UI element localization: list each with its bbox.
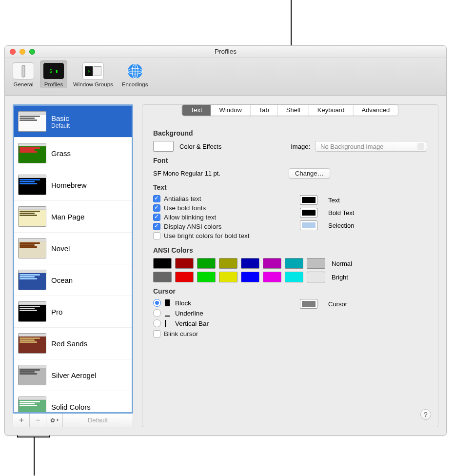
profile-thumbnail xyxy=(18,111,46,132)
tab-tab[interactable]: Tab xyxy=(251,105,278,116)
blinking-label: Allow blinking text xyxy=(164,214,216,221)
cursor-underline-radio[interactable] xyxy=(153,309,161,317)
cursor-underline-label: Underline xyxy=(175,310,203,317)
antialias-label: Antialias text xyxy=(164,195,201,202)
ansi-swatch[interactable] xyxy=(219,272,237,282)
profile-thumbnail xyxy=(18,270,46,290)
profile-thumbnail xyxy=(18,333,46,354)
profile-action-menu[interactable]: ✿ ▾ xyxy=(46,414,63,427)
profile-row-silver-aerogel[interactable]: Silver Aerogel xyxy=(14,359,132,391)
color-effects-label: Color & Effects xyxy=(179,143,221,150)
profile-row-ocean[interactable]: Ocean xyxy=(14,264,132,296)
profile-row-novel[interactable]: Novel xyxy=(14,233,132,264)
bright-bold-label: Use bright colors for bold text xyxy=(164,232,250,239)
profile-thumbnail xyxy=(18,301,46,322)
ansi-swatch[interactable] xyxy=(307,258,325,269)
cursor-colorwell[interactable] xyxy=(300,299,317,309)
toolbar-encodings-label: Encodings xyxy=(122,81,148,87)
blink-cursor-checkbox[interactable] xyxy=(153,330,160,337)
tab-shell[interactable]: Shell xyxy=(278,105,309,116)
ansi-bright-row: Bright xyxy=(153,272,427,282)
section-background-title: Background xyxy=(153,129,427,137)
toolbar-encodings[interactable]: Encodings xyxy=(119,60,151,88)
bold-text-colorwell[interactable] xyxy=(300,208,317,218)
help-button[interactable]: ? xyxy=(420,409,431,420)
ansi-swatch[interactable] xyxy=(285,272,303,282)
profile-row-pro[interactable]: Pro xyxy=(14,296,132,328)
ansi-row-label: Normal xyxy=(332,260,352,267)
profile-row-solid-colors[interactable]: Solid Colors xyxy=(14,391,132,414)
profiles-list[interactable]: BasicDefaultGrassHomebrewMan PageNovelOc… xyxy=(13,104,133,414)
ansi-checkbox[interactable] xyxy=(153,223,160,230)
profile-row-basic[interactable]: BasicDefault xyxy=(14,106,132,138)
window-groups-icon: $ xyxy=(82,62,104,79)
set-default-button[interactable]: Default xyxy=(63,414,133,427)
ansi-swatch[interactable] xyxy=(263,272,281,282)
profiles-icon: $ ▮ xyxy=(43,62,64,79)
profile-row-grass[interactable]: Grass xyxy=(14,138,132,169)
tab-window[interactable]: Window xyxy=(211,105,251,116)
tab-keyboard[interactable]: Keyboard xyxy=(309,105,354,116)
settings-tabs: TextWindowTabShellKeyboardAdvanced xyxy=(182,104,398,116)
profile-row-red-sands[interactable]: Red Sands xyxy=(14,328,132,359)
profile-thumbnail xyxy=(18,143,46,163)
ansi-swatch[interactable] xyxy=(241,272,259,282)
add-profile-button[interactable]: ＋ xyxy=(13,414,30,427)
cursor-underline-icon xyxy=(165,310,170,317)
selection-colorwell[interactable] xyxy=(300,220,317,230)
profile-thumbnail xyxy=(18,206,46,227)
window-title: Profiles xyxy=(5,48,446,55)
sidebar-wrap: BasicDefaultGrassHomebrewMan PageNovelOc… xyxy=(13,104,133,427)
cursor-vertical-icon xyxy=(165,320,170,327)
profile-name: Basic xyxy=(51,114,70,122)
ansi-swatch[interactable] xyxy=(219,258,237,269)
profile-name: Man Page xyxy=(51,213,84,221)
ansi-label: Display ANSI colors xyxy=(164,223,222,230)
blinking-checkbox[interactable] xyxy=(153,214,160,221)
ansi-swatch[interactable] xyxy=(153,258,172,269)
selection-color-label: Selection xyxy=(328,222,354,229)
change-font-button[interactable]: Change… xyxy=(289,168,330,178)
ansi-swatch[interactable] xyxy=(197,258,216,269)
ansi-swatch[interactable] xyxy=(197,272,216,282)
cursor-block-label: Block xyxy=(175,299,191,307)
svg-rect-0 xyxy=(22,65,25,77)
text-colorwell[interactable] xyxy=(300,195,317,205)
bright-bold-checkbox[interactable] xyxy=(153,232,160,239)
blink-cursor-label: Blink cursor xyxy=(164,330,198,337)
bold-fonts-label: Use bold fonts xyxy=(164,204,206,212)
popup-arrows-icon: ▴▾ xyxy=(421,142,423,150)
ansi-swatch[interactable] xyxy=(153,272,172,282)
ansi-swatch[interactable] xyxy=(175,258,194,269)
toolbar-profiles[interactable]: $ ▮ Profiles xyxy=(40,60,67,88)
profile-row-man-page[interactable]: Man Page xyxy=(14,201,132,233)
ansi-swatch[interactable] xyxy=(307,272,325,282)
bold-fonts-checkbox[interactable] xyxy=(153,204,160,212)
toolbar-general[interactable]: General xyxy=(10,60,37,88)
antialias-checkbox[interactable] xyxy=(153,195,160,202)
general-icon xyxy=(13,62,34,79)
ansi-swatch[interactable] xyxy=(241,258,259,269)
section-ansi-title: ANSI Colors xyxy=(153,246,427,254)
profile-row-homebrew[interactable]: Homebrew xyxy=(14,169,132,201)
section-font-title: Font xyxy=(153,157,427,164)
cursor-vertical-radio[interactable] xyxy=(153,319,161,327)
tab-advanced[interactable]: Advanced xyxy=(353,105,398,116)
cursor-vertical-label: Vertical Bar xyxy=(175,320,209,327)
ansi-swatch[interactable] xyxy=(175,272,194,282)
section-text-title: Text xyxy=(153,183,427,191)
profile-name: Homebrew xyxy=(51,181,87,189)
ansi-swatch[interactable] xyxy=(285,258,303,269)
profile-thumbnail xyxy=(18,238,46,258)
cursor-block-radio[interactable] xyxy=(153,299,161,307)
bold-text-color-label: Bold Text xyxy=(328,209,354,217)
profile-name: Grass xyxy=(51,149,71,158)
background-colorwell[interactable] xyxy=(153,141,174,152)
toolbar-window-groups[interactable]: $ Window Groups xyxy=(70,60,116,88)
detail-panel: TextWindowTabShellKeyboardAdvanced Backg… xyxy=(142,104,438,427)
ansi-swatch[interactable] xyxy=(263,258,281,269)
encodings-icon xyxy=(124,62,146,79)
tab-text[interactable]: Text xyxy=(182,105,211,116)
remove-profile-button[interactable]: － xyxy=(30,414,46,427)
background-image-popup[interactable]: No Background Image ▴▾ xyxy=(315,141,427,152)
